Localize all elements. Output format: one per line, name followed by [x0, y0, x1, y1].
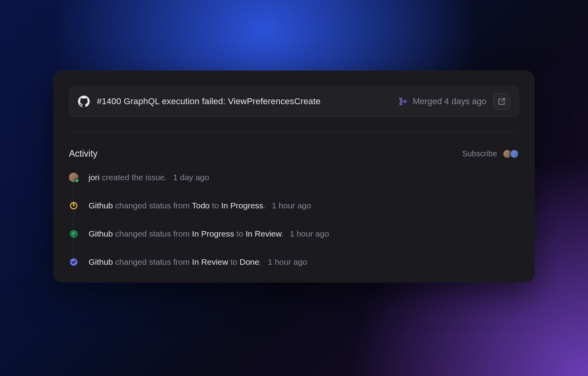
status-to: Done — [240, 257, 259, 266]
timeline-connector — [73, 210, 74, 229]
activity-heading: Activity — [69, 148, 98, 159]
activity-row: jori created the issue. 1 day ago — [69, 173, 519, 182]
activity-list: jori created the issue. 1 day ago Github… — [69, 173, 519, 267]
git-merge-icon — [399, 97, 407, 106]
svg-point-1 — [400, 103, 402, 105]
subscribe-button[interactable]: Subscribe — [462, 149, 497, 158]
actor-name: Github — [89, 257, 113, 266]
activity-text: Github changed status from In Review to … — [89, 257, 307, 267]
status-to: In Review — [245, 229, 281, 238]
subscriber-avatars[interactable] — [503, 149, 519, 159]
pr-title: #1400 GraphQL execution failed: ViewPref… — [97, 96, 392, 107]
svg-point-2 — [404, 101, 406, 103]
merge-status: Merged 4 days ago — [399, 96, 486, 107]
status-from: Todo — [192, 201, 210, 210]
avatar — [69, 173, 78, 182]
period: . — [281, 229, 283, 238]
status-progress-icon — [69, 229, 78, 239]
status-from: In Review — [192, 257, 228, 266]
activity-verb: changed status from — [115, 229, 190, 238]
activity-text: Github changed status from In Progress t… — [89, 229, 329, 239]
activity-verb-mid: to — [236, 229, 243, 238]
merge-label: Merged 4 days ago — [413, 96, 486, 107]
activity-time: 1 hour ago — [290, 229, 329, 238]
activity-time: 1 day ago — [173, 173, 209, 182]
actor-name: Github — [89, 201, 113, 210]
svg-point-0 — [400, 98, 402, 100]
open-external-button[interactable] — [494, 93, 510, 110]
status-todo-icon — [69, 201, 78, 210]
subscribe-section: Subscribe — [462, 149, 519, 159]
period: . — [263, 201, 266, 210]
github-icon — [78, 96, 90, 107]
activity-row: Github changed status from In Review to … — [69, 257, 519, 267]
avatar — [510, 149, 519, 159]
actor-name: jori — [89, 173, 100, 182]
activity-row: Github changed status from Todo to In Pr… — [69, 201, 519, 210]
actor-name: Github — [89, 229, 113, 238]
issue-card: #1400 GraphQL execution failed: ViewPref… — [53, 70, 535, 282]
activity-verb-mid: to — [230, 257, 238, 266]
timeline-connector — [73, 182, 74, 201]
activity-verb-mid: to — [212, 201, 219, 210]
activity-text: Github changed status from Todo to In Pr… — [89, 201, 311, 210]
status-from: In Progress — [192, 229, 234, 238]
activity-header: Activity Subscribe — [69, 148, 519, 159]
period: . — [259, 257, 261, 266]
activity-row: Github changed status from In Progress t… — [69, 229, 519, 239]
status-to: In Progress — [221, 201, 263, 210]
timeline-connector — [73, 239, 74, 257]
activity-verb: changed status from — [115, 257, 190, 266]
activity-time: 1 hour ago — [272, 201, 311, 210]
divider — [69, 132, 519, 133]
status-done-icon — [69, 257, 78, 267]
activity-time: 1 hour ago — [268, 257, 307, 266]
activity-text: jori created the issue. 1 day ago — [89, 173, 209, 182]
activity-verb: changed status from — [115, 201, 190, 210]
activity-verb: created the issue. — [102, 173, 167, 182]
pr-banner[interactable]: #1400 GraphQL execution failed: ViewPref… — [69, 86, 519, 117]
